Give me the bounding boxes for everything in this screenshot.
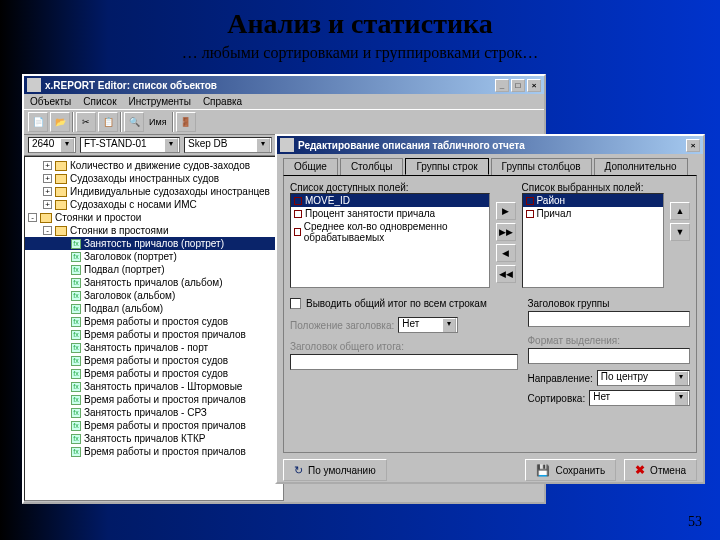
- tab-general[interactable]: Общие: [283, 158, 338, 175]
- minimize-button[interactable]: _: [495, 79, 509, 92]
- list-item-label: MOVE_ID: [305, 195, 350, 206]
- dialog-titlebar[interactable]: Редактирование описания табличного отчет…: [277, 136, 703, 154]
- remove-button[interactable]: ◀: [496, 244, 516, 262]
- tree-item[interactable]: -Стоянки и простои: [25, 211, 283, 224]
- tab-columns[interactable]: Столбцы: [340, 158, 404, 175]
- menu-help[interactable]: Справка: [203, 96, 242, 107]
- sort-label: Сортировка:: [528, 393, 586, 404]
- report-icon: fx: [71, 278, 81, 288]
- group-header-label: Заголовок группы: [528, 298, 691, 309]
- dialog-close-button[interactable]: ×: [686, 139, 700, 152]
- filter-combo-2[interactable]: FT-STAND-01: [80, 137, 180, 153]
- tree-item[interactable]: fxВремя работы и простоя судов: [25, 354, 283, 367]
- format-input[interactable]: [528, 348, 691, 364]
- tree-item-label: Заголовок (портрет): [84, 251, 177, 262]
- menu-list[interactable]: Список: [83, 96, 116, 107]
- object-tree[interactable]: +Количество и движение судов-заходов+Суд…: [24, 156, 284, 501]
- tree-item[interactable]: fxВремя работы и простоя причалов: [25, 445, 283, 458]
- tree-item[interactable]: fxВремя работы и простоя судов: [25, 315, 283, 328]
- sort-combo[interactable]: Нет: [589, 390, 690, 406]
- tree-item-label: Занятость причалов - СРЗ: [84, 407, 207, 418]
- tree-item[interactable]: fxВремя работы и простоя причалов: [25, 328, 283, 341]
- tree-item-label: Количество и движение судов-заходов: [70, 160, 250, 171]
- list-item[interactable]: Причал: [523, 207, 664, 220]
- folder-icon: [55, 226, 67, 236]
- expand-icon[interactable]: -: [43, 226, 52, 235]
- dialog-title: Редактирование описания табличного отчет…: [298, 140, 525, 151]
- tree-item[interactable]: fxВремя работы и простоя причалов: [25, 419, 283, 432]
- list-item[interactable]: Район: [523, 194, 664, 207]
- tree-item[interactable]: fxЗанятость причалов - порт: [25, 341, 283, 354]
- tree-item[interactable]: fxВремя работы и простоя судов: [25, 367, 283, 380]
- default-button[interactable]: ↻ По умолчанию: [283, 459, 387, 481]
- toolbar-cut-button[interactable]: ✂: [76, 112, 96, 132]
- tree-item[interactable]: fxЗаголовок (альбом): [25, 289, 283, 302]
- list-item[interactable]: Среднее кол-во одновременно обрабатываем…: [291, 220, 489, 244]
- expand-icon[interactable]: +: [43, 161, 52, 170]
- move-down-button[interactable]: ▼: [670, 223, 690, 241]
- tree-item[interactable]: +Судозаходы иностранных судов: [25, 172, 283, 185]
- list-item[interactable]: MOVE_ID: [291, 194, 489, 207]
- editor-titlebar[interactable]: x.REPORT Editor: список объектов _ □ ×: [24, 76, 544, 94]
- menu-tools[interactable]: Инструменты: [129, 96, 191, 107]
- direction-combo[interactable]: По центру: [597, 370, 690, 386]
- toolbar-exit-button[interactable]: 🚪: [176, 112, 196, 132]
- toolbar-open-button[interactable]: 📂: [50, 112, 70, 132]
- expand-icon[interactable]: +: [43, 174, 52, 183]
- tree-item[interactable]: fxПодвал (портрет): [25, 263, 283, 276]
- tab-col-groups[interactable]: Группы столбцов: [491, 158, 592, 175]
- tree-item[interactable]: +Индивидуальные судозаходы иностранцев: [25, 185, 283, 198]
- tree-item[interactable]: fxЗаголовок (портрет): [25, 250, 283, 263]
- tab-additional[interactable]: Дополнительно: [594, 158, 688, 175]
- selected-label: Список выбранных полей:: [522, 182, 665, 193]
- save-button[interactable]: 💾 Сохранить: [525, 459, 616, 481]
- toolbar-new-button[interactable]: 📄: [28, 112, 48, 132]
- tree-item[interactable]: fxВремя работы и простоя причалов: [25, 393, 283, 406]
- list-item[interactable]: Процент занятости причала: [291, 207, 489, 220]
- total-checkbox[interactable]: [290, 298, 301, 309]
- tree-item[interactable]: fxЗанятость причалов - СРЗ: [25, 406, 283, 419]
- add-all-button[interactable]: ▶▶: [496, 223, 516, 241]
- tree-item[interactable]: -Стоянки в простоями: [25, 224, 283, 237]
- tree-item-label: Судозаходы с носами ИМС: [70, 199, 197, 210]
- report-icon: fx: [71, 356, 81, 366]
- list-item-label: Среднее кол-во одновременно обрабатываем…: [304, 221, 486, 243]
- selected-listbox[interactable]: РайонПричал: [522, 193, 665, 288]
- report-icon: fx: [71, 291, 81, 301]
- expand-icon[interactable]: -: [28, 213, 37, 222]
- field-icon: [294, 197, 302, 205]
- tree-item-label: Время работы и простоя причалов: [84, 329, 246, 340]
- list-item-label: Причал: [537, 208, 572, 219]
- expand-icon[interactable]: +: [43, 187, 52, 196]
- tree-item[interactable]: +Судозаходы с носами ИМС: [25, 198, 283, 211]
- cancel-button[interactable]: ✖ Отмена: [624, 459, 697, 481]
- itog-pos-combo[interactable]: Нет: [398, 317, 458, 333]
- filter-combo-3[interactable]: Skep DB: [184, 137, 272, 153]
- tree-item[interactable]: fxЗанятость причалов (альбом): [25, 276, 283, 289]
- maximize-button[interactable]: □: [511, 79, 525, 92]
- toolbar-find-button[interactable]: 🔍: [124, 112, 144, 132]
- editor-title: x.REPORT Editor: список объектов: [45, 80, 217, 91]
- tree-item-label: Занятость причалов - порт: [84, 342, 208, 353]
- group-header-input[interactable]: [528, 311, 691, 327]
- toolbar-copy-button[interactable]: 📋: [98, 112, 118, 132]
- move-up-button[interactable]: ▲: [670, 202, 690, 220]
- tree-item[interactable]: fxПодвал (альбом): [25, 302, 283, 315]
- add-button[interactable]: ▶: [496, 202, 516, 220]
- available-listbox[interactable]: MOVE_IDПроцент занятости причалаСреднее …: [290, 193, 490, 288]
- expand-icon[interactable]: +: [43, 200, 52, 209]
- filter-combo-1[interactable]: 2640: [28, 137, 76, 153]
- remove-all-button[interactable]: ◀◀: [496, 265, 516, 283]
- available-label: Список доступных полей:: [290, 182, 490, 193]
- tab-row-groups[interactable]: Группы строк: [405, 158, 488, 175]
- tree-item[interactable]: +Количество и движение судов-заходов: [25, 159, 283, 172]
- itog-pos-label: Положение заголовка:: [290, 320, 394, 331]
- close-button[interactable]: ×: [527, 79, 541, 92]
- tree-item[interactable]: fxЗанятость причалов - Штормовые: [25, 380, 283, 393]
- tree-item-label: Время работы и простоя судов: [84, 316, 228, 327]
- direction-label: Направление:: [528, 373, 593, 384]
- menu-objects[interactable]: Объекты: [30, 96, 71, 107]
- tree-item[interactable]: fxЗанятость причалов (портрет): [25, 237, 283, 250]
- total-header-input[interactable]: [290, 354, 518, 370]
- tree-item[interactable]: fxЗанятость причалов КТКР: [25, 432, 283, 445]
